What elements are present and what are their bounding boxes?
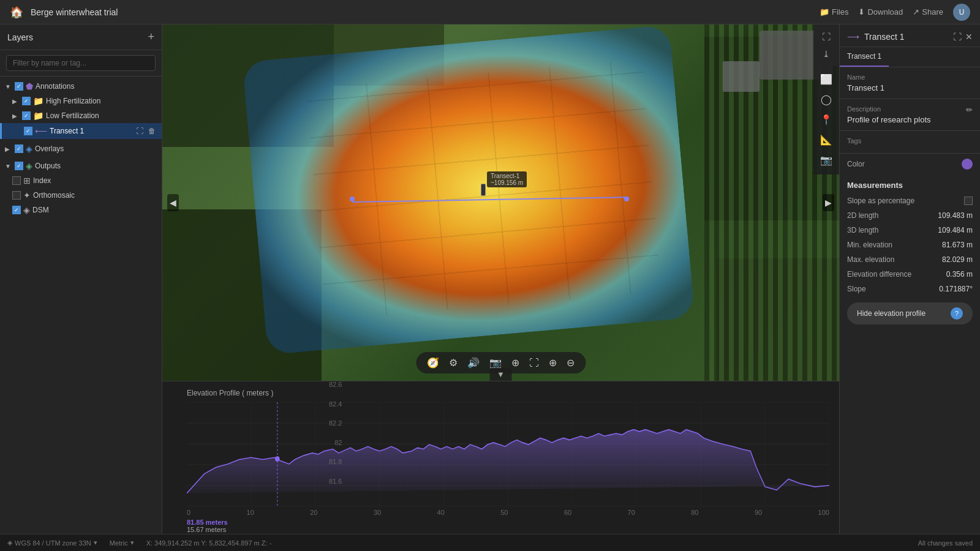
elev-diff-label: Elevation difference (847, 270, 941, 279)
left-sidebar: Layers + ▼ ✓ ⬟ Annotations ▶ ✓ 📁 High Fe… (0, 24, 162, 534)
statusbar: ◈ WGS 84 / UTM zone 33N ▾ Metric ▾ X: 34… (0, 534, 980, 551)
compass-button[interactable]: 🧭 (424, 356, 442, 370)
overlays-checkbox[interactable]: ✓ (15, 144, 23, 153)
transect-line-icon: ⟵ (35, 126, 47, 136)
search-box (0, 50, 162, 77)
slope-value: 0.171887° (939, 285, 973, 293)
marker-tool-button[interactable]: 📍 (816, 110, 836, 129)
chevron-right-icon-2: ▶ (12, 113, 20, 119)
map-prev-button[interactable]: ◀ (167, 194, 179, 211)
slope-pct-row: Slope as percentage (840, 193, 980, 208)
download-button[interactable]: ⬇ Download (858, 7, 903, 17)
dsm-item[interactable]: ✓ ◈ DSM (0, 203, 162, 217)
share-button[interactable]: ↗ Share (913, 7, 943, 17)
search-input[interactable] (6, 55, 156, 71)
transect-distance-label: Transect-1 ~109.156 m (487, 171, 527, 187)
chevron-right-icon: ▶ (12, 98, 20, 105)
map-viewport[interactable]: Transect-1 ~109.156 m ⬡ ✏ ⬜ ◯ 📍 📐 📷 ◀ ▶ … (162, 24, 839, 381)
circle-tool-button[interactable]: ◯ (817, 90, 835, 109)
avatar[interactable]: U (953, 4, 970, 21)
outputs-group[interactable]: ▼ ✓ ◈ Outputs (0, 159, 162, 173)
chart-area: Elevation Profile ( meters ) (162, 381, 839, 534)
annotations-checkbox[interactable]: ✓ (15, 82, 23, 91)
home-icon[interactable]: 🏠 (10, 6, 23, 19)
fullscreen-button[interactable]: ⛶ (527, 356, 541, 370)
color-swatch[interactable] (962, 159, 973, 170)
chart-expand-buttons: ⛶ ⤓ (813, 24, 839, 66)
chart-fullscreen-button[interactable]: ⛶ (820, 29, 833, 44)
index-item[interactable]: ⊞ Index (0, 173, 162, 188)
annotations-group[interactable]: ▼ ✓ ⬟ Annotations (0, 79, 162, 94)
overlays-group[interactable]: ▶ ✓ ◈ Overlays (0, 141, 162, 156)
length-2d-row: 2D length 109.483 m (840, 208, 980, 223)
transect1-item[interactable]: ✓ ⟵ Transect 1 ⛶ 🗑 (0, 123, 162, 139)
settings-button[interactable]: ⚙ (447, 356, 460, 370)
description-section: Description ✏ Profile of research plots (840, 99, 980, 131)
folder-icon: 📁 (33, 96, 43, 106)
ortho-checkbox[interactable] (12, 191, 21, 200)
color-section: Color (840, 154, 980, 174)
outputs-checkbox[interactable]: ✓ (15, 162, 23, 170)
elev-diff-row: Elevation difference 0.356 m (840, 267, 980, 282)
high-fert-item[interactable]: ▶ ✓ 📁 High Fertilization (0, 94, 162, 108)
ruler-tool-button[interactable]: 📐 (816, 130, 836, 149)
name-value: Transect 1 (847, 83, 973, 92)
elev-diff-value: 0.356 m (946, 270, 973, 279)
zoom-out-button[interactable]: ⊖ (564, 356, 577, 370)
annotations-label: Annotations (36, 82, 157, 91)
tags-label: Tags (847, 137, 973, 144)
chevron-down-icon-2: ▼ (5, 163, 12, 170)
help-icon[interactable]: ? (951, 307, 963, 320)
unit-dropdown-icon[interactable]: ▾ (130, 539, 134, 547)
panel-close-button[interactable]: ✕ (965, 32, 973, 42)
max-elev-row: Max. elevation 82.029 m (840, 252, 980, 267)
topbar: 🏠 Berge winterwheat trial 📁 Files ⬇ Down… (0, 0, 980, 24)
map-container[interactable]: Transect-1 ~109.156 m ⬡ ✏ ⬜ ◯ 📍 📐 📷 ◀ ▶ … (162, 24, 839, 534)
edit-description-button[interactable]: ✏ (966, 105, 973, 114)
audio-button[interactable]: 🔊 (465, 356, 482, 370)
low-fert-checkbox[interactable]: ✓ (22, 111, 31, 120)
save-status: All changes saved (918, 539, 973, 547)
min-elev-row: Min. elevation 81.673 m (840, 238, 980, 252)
high-fert-checkbox[interactable]: ✓ (22, 97, 31, 105)
location-button[interactable]: ⊕ (509, 356, 522, 370)
index-label: Index (33, 176, 157, 185)
chart-export-button[interactable]: ⤓ (820, 47, 832, 61)
coords-value: X: 349,914.252 m Y: 5,832,454.897 m Z: - (146, 539, 272, 547)
map-next-button[interactable]: ▶ (823, 194, 834, 211)
camera-tool-button[interactable]: 📷 (816, 151, 836, 170)
files-icon: 📁 (820, 7, 829, 17)
select-rect-button[interactable]: ⬜ (816, 70, 836, 89)
length-3d-label: 3D length (847, 226, 933, 234)
topbar-actions: 📁 Files ⬇ Download ↗ Share U (820, 4, 970, 21)
delete-icon[interactable]: 🗑 (147, 126, 157, 137)
min-elev-value: 81.673 m (942, 241, 973, 249)
panel-tab-transect1[interactable]: Transect 1 (840, 47, 889, 67)
orthomosaic-item[interactable]: ✦ Orthomosaic (0, 188, 162, 203)
chart-title: Elevation Profile ( meters ) (187, 389, 829, 397)
low-fert-item[interactable]: ▶ ✓ 📁 Low Fertilization (0, 108, 162, 123)
dsm-checkbox[interactable]: ✓ (12, 206, 21, 214)
zoom-in-button[interactable]: ⊕ (546, 356, 559, 370)
description-value: Profile of research plots (847, 115, 973, 124)
x-axis-labels: 0 10 20 30 40 50 60 70 80 90 100 (187, 509, 829, 516)
hide-profile-button[interactable]: Hide elevation profile ? (847, 302, 973, 324)
slope-pct-checkbox[interactable] (964, 197, 973, 205)
chart-marker-sub: 15.67 meters (187, 526, 829, 533)
download-icon: ⬇ (858, 7, 865, 17)
chevron-right-icon-3: ▶ (5, 146, 12, 152)
elevation-chart-svg (187, 402, 829, 506)
chevron-down-icon: ▼ (5, 83, 12, 90)
index-checkbox[interactable] (12, 176, 21, 185)
add-layer-button[interactable]: + (148, 31, 154, 43)
transect1-checkbox[interactable]: ✓ (24, 127, 32, 135)
transect1-label: Transect 1 (50, 127, 132, 135)
collapse-chart-button[interactable]: ▼ (489, 368, 512, 381)
crs-dropdown-icon[interactable]: ▾ (94, 539, 97, 547)
files-button[interactable]: 📁 Files (820, 7, 848, 17)
expand-icon[interactable]: ⛶ (135, 126, 145, 137)
max-elev-value: 82.029 m (942, 255, 973, 264)
slope-pct-label: Slope as percentage (847, 197, 959, 205)
outputs-section: ▼ ✓ ◈ Outputs ⊞ Index ✦ Orthomosaic ✓ ◈ … (0, 156, 162, 220)
panel-expand-button[interactable]: ⛶ (953, 32, 962, 42)
